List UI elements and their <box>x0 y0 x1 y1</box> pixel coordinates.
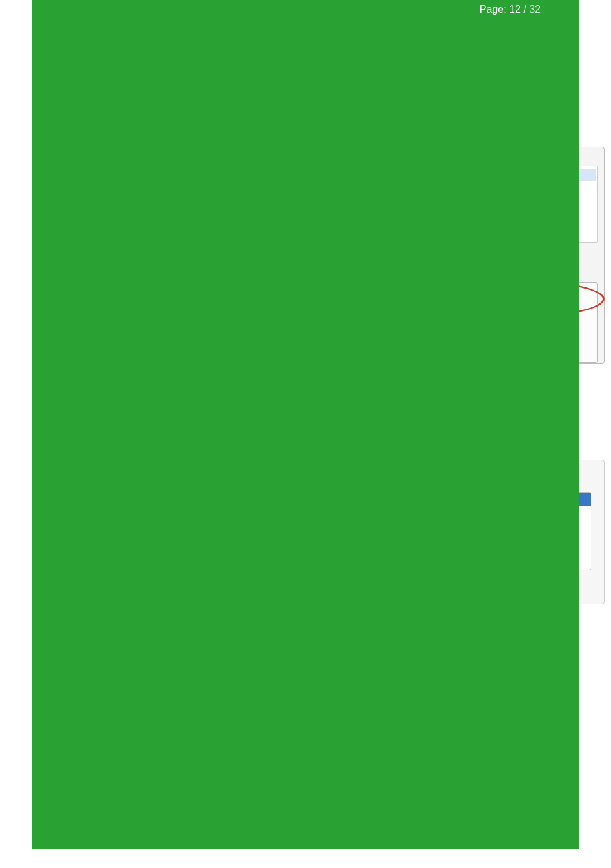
footer-center: www.mytekdigital.com <box>270 0 370 846</box>
footer-page: Page: 12 / 32 <box>448 0 573 846</box>
footer-bar: User's Manual ver. 2.0 / Nov 2013 www.my… <box>32 0 579 849</box>
footer-left: User's Manual ver. 2.0 / Nov 2013 <box>38 0 193 846</box>
